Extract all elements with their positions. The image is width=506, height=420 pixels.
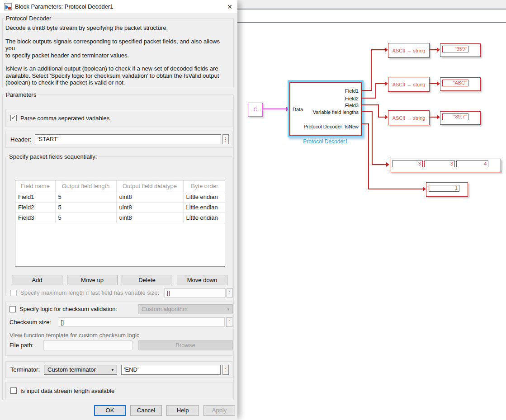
- move-up-button[interactable]: Move up: [67, 275, 118, 285]
- file-path-input[interactable]: [43, 340, 132, 350]
- terminator-ellipsis-button[interactable]: [222, 365, 229, 375]
- max-length-label: Specify maximum length if last field has…: [20, 289, 159, 296]
- stream-length-row: Is input data stream length available: [5, 382, 232, 399]
- wire-lengths: [372, 164, 387, 165]
- ascii-to-string-block-2[interactable]: ASCII → string: [388, 77, 430, 92]
- block-parameters-icon: [4, 3, 12, 10]
- add-button[interactable]: Add: [12, 275, 62, 285]
- block-description-group: Protocol Decoder Decode a uint8 byte str…: [2, 15, 234, 88]
- cell-byte-order[interactable]: Little endian: [183, 212, 225, 223]
- cell-byte-order[interactable]: Little endian: [183, 192, 225, 202]
- decoder-block-name[interactable]: Protocol Decoder1: [283, 138, 368, 145]
- header-input[interactable]: 'START': [35, 134, 221, 144]
- wire-arrowhead: [423, 187, 426, 191]
- checksum-checkbox[interactable]: [9, 306, 16, 312]
- stream-length-label: Is input data stream length available: [20, 387, 114, 394]
- port-field2: Field2: [345, 96, 359, 101]
- parameters-group: Parameters Parse comma seperated variabl…: [2, 91, 234, 400]
- display-block-field2[interactable]: "ABC": [440, 77, 481, 91]
- cancel-button[interactable]: Cancel: [130, 405, 162, 416]
- file-path-label: File path:: [9, 342, 33, 349]
- table-row[interactable]: Field1 5 uint8 Little endian: [15, 192, 225, 202]
- display-block-field1[interactable]: "359": [440, 43, 481, 57]
- column-header: Output field length: [55, 180, 116, 192]
- parse-csv-row: Parse comma seperated variables: [5, 109, 232, 127]
- cell-field-datatype[interactable]: uint8: [116, 212, 183, 223]
- column-header: Byte order: [183, 180, 225, 192]
- table-row[interactable]: Field2 5 uint8 Little endian: [15, 202, 225, 212]
- wire-field1: [362, 90, 372, 91]
- cell-field-length[interactable]: 5: [55, 192, 116, 202]
- block-description-title: Protocol Decoder: [5, 15, 52, 22]
- ascii-to-string-block-1[interactable]: ASCII → string: [388, 43, 430, 58]
- wire-arrowhead: [385, 81, 388, 86]
- cell-byte-order[interactable]: Little endian: [183, 202, 225, 212]
- wire-field2: [362, 98, 376, 99]
- cell-field-datatype[interactable]: uint8: [116, 202, 183, 212]
- wire-field1: [371, 50, 372, 91]
- parse-csv-checkbox[interactable]: [10, 115, 17, 121]
- view-template-link[interactable]: View function template for custom checks…: [9, 332, 139, 339]
- port-data: Data: [293, 107, 303, 112]
- wire-isnew: [368, 123, 369, 189]
- checksum-size-input[interactable]: []: [58, 317, 225, 327]
- display-block-field3[interactable]: "89.7": [440, 111, 481, 125]
- display-value: "359": [442, 46, 468, 52]
- wire-field2: [375, 83, 385, 84]
- header-ellipsis-button[interactable]: [222, 134, 229, 144]
- description-paragraph: IsNew is an additional output (boolean) …: [3, 59, 233, 86]
- checksum-size-ellipsis-button[interactable]: [226, 317, 232, 327]
- delete-button[interactable]: Delete: [122, 275, 172, 285]
- wire-arrowhead: [437, 81, 440, 86]
- window-top-strip: [235, 0, 506, 9]
- decoder-type-label: Protocol Decoder: [303, 124, 342, 129]
- ascii-to-string-block-3[interactable]: ASCII → string: [388, 110, 430, 125]
- display-block-lengths[interactable]: 3 3 4: [390, 159, 501, 172]
- cell-field-length[interactable]: 5: [55, 202, 116, 212]
- browse-button[interactable]: Browse: [138, 340, 233, 350]
- toolbar-divider-top: [235, 9, 506, 9]
- display-block-isnew[interactable]: 1: [426, 182, 468, 197]
- port-variable-field-lengths: Variable field lengths: [313, 109, 359, 115]
- dialog-footer: OK Cancel Help Apply: [0, 405, 237, 420]
- cell-field-name[interactable]: Field2: [15, 202, 55, 212]
- wire-arrowhead: [437, 47, 440, 52]
- max-length-ellipsis-button[interactable]: [227, 288, 233, 297]
- wire-arrowhead: [385, 115, 388, 119]
- packet-fields-title: Specify packet fields sequentially:: [8, 153, 98, 160]
- terminator-value-input[interactable]: 'END': [121, 365, 221, 375]
- wire-isnew: [368, 189, 423, 189]
- move-down-button[interactable]: Move down: [177, 275, 227, 285]
- packet-fields-table[interactable]: Field name Output field length Output fi…: [15, 180, 225, 267]
- help-button[interactable]: Help: [166, 405, 199, 416]
- display-value: "89.7": [442, 113, 468, 120]
- stream-length-checkbox[interactable]: [10, 387, 17, 394]
- cell-field-datatype[interactable]: uint8: [116, 192, 183, 202]
- display-value: 1: [429, 185, 459, 192]
- constant-block[interactable]: -C-: [248, 103, 263, 117]
- max-length-row: Specify maximum length if last field has…: [10, 289, 229, 296]
- close-icon[interactable]: [223, 1, 236, 13]
- max-length-input[interactable]: []: [164, 288, 226, 297]
- checksum-section: Specify logic for checksum validation: C…: [5, 302, 232, 356]
- display-value: 3: [424, 160, 455, 167]
- checksum-label: Specify logic for checksum validation:: [19, 306, 117, 312]
- terminator-mode-dropdown[interactable]: Custom terminator: [44, 365, 117, 375]
- parse-csv-label: Parse comma seperated variables: [20, 115, 109, 122]
- port-field3: Field3: [345, 103, 359, 108]
- ok-button[interactable]: OK: [94, 405, 126, 416]
- wire-field1: [371, 49, 385, 50]
- wire-arrowhead: [385, 47, 388, 52]
- cell-field-length[interactable]: 5: [55, 212, 116, 223]
- protocol-decoder-block[interactable]: Data Field1 Field2 Field3 Variable field…: [289, 82, 362, 136]
- block-parameters-dialog: Block Parameters: Protocol Decoder1 Prot…: [0, 0, 237, 420]
- table-row[interactable]: Field3 5 uint8 Little endian: [15, 212, 225, 223]
- checksum-algorithm-dropdown[interactable]: Custom algorithm: [138, 304, 233, 314]
- apply-button[interactable]: Apply: [203, 405, 235, 416]
- terminator-row: Terminator: Custom terminator 'END': [5, 361, 232, 378]
- cell-field-name[interactable]: Field3: [15, 212, 55, 223]
- wire-constant-to-data: [263, 109, 287, 109]
- max-length-checkbox[interactable]: [10, 290, 17, 296]
- cell-field-name[interactable]: Field1: [15, 192, 55, 202]
- wire-lengths: [372, 111, 373, 165]
